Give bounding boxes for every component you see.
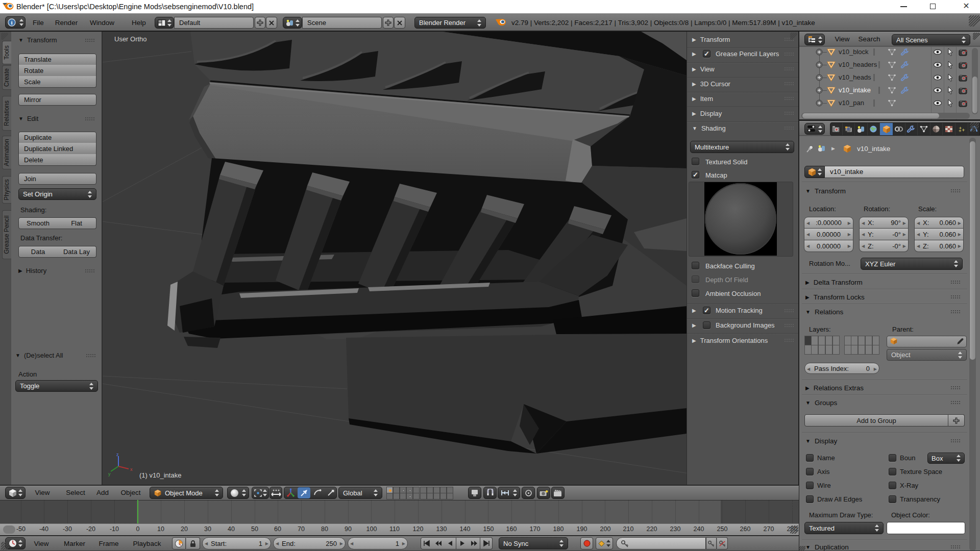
svg-text:x: x xyxy=(130,467,133,472)
svg-text:z: z xyxy=(116,452,119,457)
svg-text:i: i xyxy=(11,19,12,26)
svg-text:y: y xyxy=(108,471,111,477)
